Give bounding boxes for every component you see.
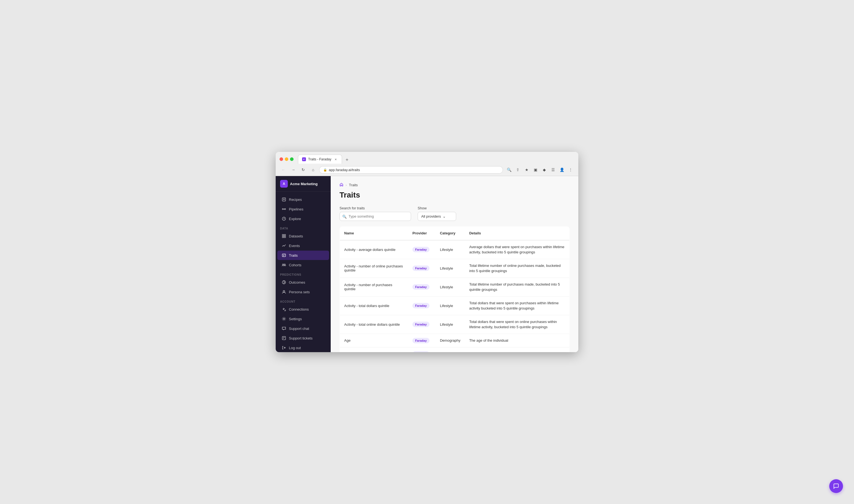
- cell-name: Activity - total dollars quintile: [340, 296, 408, 315]
- close-window-button[interactable]: [279, 157, 283, 161]
- tab-close-button[interactable]: ✕: [333, 157, 338, 161]
- workspace-icon: A: [280, 180, 288, 187]
- sidebar-item-explore[interactable]: Explore: [277, 214, 329, 223]
- cell-provider: Faraday: [408, 277, 436, 296]
- provider-badge: Faraday: [413, 247, 430, 252]
- settings-icon: [282, 317, 286, 321]
- sidebar-item-label: Recipes: [289, 198, 302, 202]
- provider-badge: Faraday: [413, 338, 430, 343]
- sidebar-item-label: Persona sets: [289, 290, 310, 294]
- home-button[interactable]: ⌂: [309, 166, 317, 174]
- breadcrumb-home-link[interactable]: [340, 183, 343, 187]
- filter-group: Show All providers ⌄: [418, 206, 456, 221]
- provider-badge: Faraday: [413, 266, 430, 271]
- table-row[interactable]: Age Faraday Demography The age of the in…: [340, 334, 569, 347]
- filter-label: Show: [418, 206, 456, 210]
- svg-rect-9: [282, 236, 284, 238]
- sidebar-toggle-button[interactable]: ☰: [549, 166, 557, 174]
- sidebar-item-outcomes[interactable]: Outcomes: [277, 277, 329, 287]
- table-row[interactable]: Agricultural land Faraday Property This …: [340, 347, 569, 352]
- address-bar-url: app.faraday.ai/traits: [329, 168, 360, 172]
- cell-category: Lifestyle: [436, 259, 465, 277]
- provider-badge: Faraday: [413, 351, 430, 353]
- sidebar: A Acme Marketing Recipes: [276, 176, 331, 352]
- sidebar-item-settings[interactable]: Settings: [277, 314, 329, 324]
- back-button[interactable]: ←: [279, 166, 287, 174]
- sidebar-item-pipelines[interactable]: Pipelines: [277, 204, 329, 214]
- sidebar-item-cohorts[interactable]: Cohorts: [277, 260, 329, 270]
- table-row[interactable]: Activity - average dollars quintile Fara…: [340, 240, 569, 259]
- svg-rect-19: [282, 337, 286, 340]
- recipes-icon: [282, 197, 286, 202]
- sidebar-item-support-tickets[interactable]: Support tickets: [277, 334, 329, 343]
- cell-details: This property has been deemed agricultur…: [465, 347, 569, 352]
- log-out-icon: [282, 345, 286, 350]
- table-row[interactable]: Activity - total dollars quintile Farada…: [340, 296, 569, 315]
- sidebar-item-label: Connections: [289, 307, 309, 311]
- sidebar-item-datasets[interactable]: Datasets: [277, 231, 329, 241]
- cell-details: Total dollars that were spent on purchas…: [465, 296, 569, 315]
- sidebar-item-support-chat[interactable]: Support chat: [277, 324, 329, 333]
- pipelines-icon: [282, 207, 286, 211]
- table-row[interactable]: Activity - number of purchases quintile …: [340, 277, 569, 296]
- sidebar-item-log-out[interactable]: Log out: [277, 343, 329, 352]
- search-input[interactable]: [340, 212, 411, 221]
- address-bar[interactable]: 🔒 app.faraday.ai/traits: [319, 166, 503, 174]
- screenshot-button[interactable]: ▣: [531, 166, 539, 174]
- provider-badge: Faraday: [413, 284, 430, 290]
- provider-badge: Faraday: [413, 303, 430, 308]
- search-toolbar-button[interactable]: 🔍: [505, 166, 513, 174]
- search-icon: 🔍: [342, 214, 347, 218]
- svg-point-17: [283, 290, 285, 292]
- sidebar-item-connections[interactable]: Connections: [277, 305, 329, 314]
- provider-select[interactable]: All providers ⌄: [418, 212, 456, 221]
- cell-details: Total lifetime number of online purchase…: [465, 259, 569, 277]
- maximize-window-button[interactable]: [290, 157, 294, 161]
- cell-category: Lifestyle: [436, 315, 465, 334]
- chat-fab-button[interactable]: [829, 479, 843, 493]
- table-row[interactable]: Activity - number of online purchases qu…: [340, 259, 569, 277]
- menu-button[interactable]: ⋮: [567, 166, 575, 174]
- datasets-icon: [282, 234, 286, 238]
- cell-name: Agricultural land: [340, 347, 408, 352]
- cell-provider: Faraday: [408, 315, 436, 334]
- sidebar-item-traits[interactable]: Traits: [277, 251, 329, 260]
- predictions-section-label: PREDICTIONS: [276, 270, 331, 277]
- sidebar-item-events[interactable]: Events: [277, 241, 329, 250]
- share-button[interactable]: ⇧: [514, 166, 522, 174]
- profile-button[interactable]: 👤: [558, 166, 566, 174]
- sidebar-item-label: Support chat: [289, 327, 309, 331]
- sidebar-item-label: Traits: [289, 253, 298, 257]
- sidebar-item-label: Cohorts: [289, 263, 302, 267]
- cell-name: Activity - average dollars quintile: [340, 240, 408, 259]
- workspace-name: Acme Marketing: [290, 182, 317, 186]
- forward-button[interactable]: →: [289, 166, 297, 174]
- sidebar-item-label: Events: [289, 244, 300, 248]
- sidebar-item-recipes[interactable]: Recipes: [277, 195, 329, 204]
- sidebar-item-label: Pipelines: [289, 207, 304, 211]
- cell-name: Age: [340, 334, 408, 347]
- traffic-lights: [279, 157, 294, 161]
- cell-category: Property: [436, 347, 465, 352]
- traits-icon: [282, 253, 286, 257]
- table-row[interactable]: Activity - total online dollars quintile…: [340, 315, 569, 334]
- bookmark-button[interactable]: ★: [523, 166, 530, 174]
- active-tab[interactable]: F Traits - Faraday ✕: [298, 155, 342, 164]
- new-tab-button[interactable]: +: [343, 156, 351, 164]
- svg-point-18: [284, 318, 285, 320]
- outcomes-icon: [282, 280, 286, 285]
- reload-button[interactable]: ↻: [299, 166, 307, 174]
- tab-title: Traits - Faraday: [308, 157, 331, 161]
- extensions-button[interactable]: ◆: [540, 166, 548, 174]
- tab-bar: F Traits - Faraday ✕ +: [298, 155, 567, 164]
- minimize-window-button[interactable]: [285, 157, 288, 161]
- cell-category: Demography: [436, 334, 465, 347]
- workspace-selector[interactable]: A Acme Marketing: [276, 176, 331, 192]
- breadcrumb: › Traits: [340, 183, 569, 187]
- sidebar-item-persona-sets[interactable]: Persona sets: [277, 287, 329, 296]
- sidebar-item-label: Explore: [289, 217, 301, 221]
- svg-point-3: [282, 209, 284, 210]
- main-content: › Traits Traits Search for traits 🔍 Show: [331, 176, 578, 352]
- table-header-row: Name Provider Category Details: [340, 227, 569, 240]
- cell-name: Activity - total online dollars quintile: [340, 315, 408, 334]
